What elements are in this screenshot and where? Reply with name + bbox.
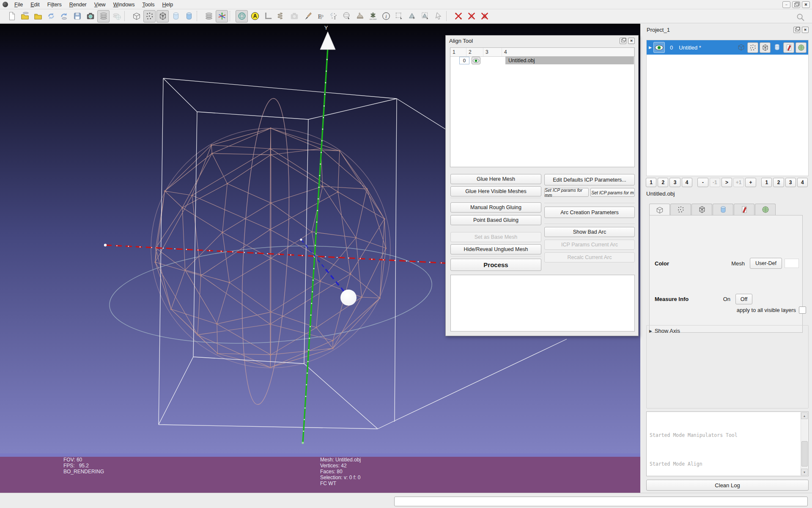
- layer-toggle-green-sphere-icon[interactable]: [796, 42, 807, 53]
- new-project-icon[interactable]: [5, 10, 18, 22]
- deselect-icon[interactable]: [432, 10, 444, 22]
- show-layer-dialog-icon[interactable]: [97, 10, 110, 22]
- tab-cube[interactable]: [649, 204, 670, 216]
- select-faces-icon[interactable]: [406, 10, 418, 22]
- menu-windows[interactable]: Windows: [110, 1, 139, 8]
- points-render-icon[interactable]: [143, 10, 156, 22]
- color-option-userdef-button[interactable]: User-Def: [750, 258, 782, 269]
- layer-list[interactable]: ▶ 0 Untitled *: [646, 40, 809, 176]
- pick-on-sphere-icon[interactable]: [340, 10, 353, 22]
- decorator-slot-2[interactable]: 2: [658, 178, 668, 187]
- eye-icon[interactable]: [472, 57, 480, 64]
- menu-view[interactable]: View: [91, 1, 110, 8]
- layer-toggle-cyl-flat-icon[interactable]: [772, 42, 782, 52]
- tab-cyl-smooth[interactable]: [713, 204, 733, 215]
- hide-reveal-unglued-mesh-button[interactable]: Hide/Reveal Unglued Mesh: [450, 244, 541, 254]
- info-icon[interactable]: i: [380, 10, 392, 22]
- tab-green-sphere[interactable]: [755, 204, 776, 215]
- close-dialog-button[interactable]: ✖: [628, 38, 635, 44]
- reload-all-icon[interactable]: [58, 10, 70, 22]
- pager--button[interactable]: -: [697, 178, 708, 187]
- scroll-up-icon[interactable]: ▲: [801, 412, 808, 419]
- pager--button[interactable]: >: [721, 178, 732, 187]
- open-project-icon[interactable]: [19, 10, 31, 22]
- align-arc-list[interactable]: [450, 275, 635, 331]
- mesh-slot-2[interactable]: 2: [773, 178, 784, 187]
- menu-help[interactable]: Help: [159, 1, 177, 8]
- menu-filters[interactable]: Filters: [44, 1, 66, 8]
- tab-points[interactable]: [670, 204, 691, 215]
- reload-mesh-icon[interactable]: [45, 10, 57, 22]
- close-dock-button[interactable]: ✖: [802, 27, 809, 33]
- align-dialog-titlebar[interactable]: Align Tool ✖: [446, 36, 638, 46]
- show-axis-header[interactable]: ▶ Show Axis: [647, 326, 808, 334]
- delete-faces-icon[interactable]: [465, 10, 477, 22]
- decorator-slot-3[interactable]: 3: [669, 178, 680, 187]
- select-faces-rect-icon[interactable]: [419, 10, 431, 22]
- delete-selected-icon[interactable]: [478, 10, 491, 22]
- trackball-icon[interactable]: [236, 10, 248, 22]
- glue-here-visible-meshes-button[interactable]: Glue Here Visible Meshes: [450, 186, 541, 196]
- restore-button[interactable]: [792, 1, 800, 8]
- paint-brush-icon[interactable]: [301, 10, 313, 22]
- mesh-slot-3[interactable]: 3: [785, 178, 796, 187]
- menu-edit[interactable]: Edit: [27, 1, 44, 8]
- log-output[interactable]: Started Mode Manipulators ToolStarted Mo…: [646, 411, 809, 476]
- measure-corner-icon[interactable]: [262, 10, 274, 22]
- align-table-row[interactable]: 0 Untitled.obj: [450, 56, 634, 64]
- layer-row[interactable]: ▶ 0 Untitled *: [647, 40, 808, 55]
- color-swatch[interactable]: [785, 259, 799, 268]
- glue-here-mesh-button[interactable]: Glue Here Mesh: [450, 174, 541, 184]
- bbox-render-icon[interactable]: [130, 10, 143, 22]
- layer-toggle-wirecube-icon[interactable]: [760, 42, 771, 53]
- open-mesh-icon[interactable]: [32, 10, 44, 22]
- menu-file[interactable]: File: [11, 1, 27, 8]
- set-icp-mm-button[interactable]: Set ICP params for mm: [544, 188, 589, 197]
- ambient-a-icon[interactable]: A: [249, 10, 261, 22]
- process-button[interactable]: Process: [450, 259, 541, 271]
- align-mesh-table[interactable]: 1234 0 Untitled.obj: [450, 47, 635, 167]
- layer-toggle-red-wedge-icon[interactable]: [783, 42, 794, 53]
- measure-option-on[interactable]: On: [723, 296, 730, 302]
- pager--button[interactable]: +: [745, 178, 756, 187]
- layers-stack-icon[interactable]: [203, 10, 215, 22]
- select-vertices-icon[interactable]: [393, 10, 405, 22]
- mesh-slot-1[interactable]: 1: [761, 178, 772, 187]
- menu-tools[interactable]: Tools: [138, 1, 158, 8]
- edit-defaults-icp-button[interactable]: Edit Defaults ICP Parameters...: [544, 174, 635, 185]
- status-input[interactable]: [394, 497, 808, 506]
- scan-align-icon[interactable]: [327, 10, 340, 22]
- manipulator-icon[interactable]: [216, 10, 228, 22]
- float-dialog-button[interactable]: [620, 38, 626, 44]
- expand-arrow-icon[interactable]: ▶: [649, 45, 652, 50]
- measure-option-off-button[interactable]: Off: [735, 294, 752, 304]
- tab-wirecube[interactable]: [691, 204, 712, 215]
- float-dock-button[interactable]: [793, 27, 800, 33]
- screw-spring-icon[interactable]: [275, 10, 287, 22]
- mesh-slot-4[interactable]: 4: [797, 178, 808, 187]
- color-option-mesh[interactable]: Mesh: [731, 260, 745, 267]
- delete-vertices-icon[interactable]: [452, 10, 464, 22]
- set-icp-m-button[interactable]: Set ICP params for m: [590, 188, 635, 197]
- decorator-slot-4[interactable]: 4: [682, 178, 692, 187]
- layer-toggle-points-icon[interactable]: [747, 42, 758, 53]
- minimize-button[interactable]: −: [782, 1, 790, 8]
- save-project-icon[interactable]: [71, 10, 83, 22]
- apply-all-layers-checkbox[interactable]: [799, 306, 806, 314]
- decorator-slot-1[interactable]: 1: [646, 178, 656, 187]
- clean-log-button[interactable]: Clean Log: [646, 480, 809, 491]
- project-dock-titlebar[interactable]: Project_1 ✖: [643, 25, 812, 35]
- layer-toggle-cube-icon[interactable]: [736, 42, 746, 52]
- smooth-render-icon[interactable]: [183, 10, 195, 22]
- arc-creation-parameters-button[interactable]: Arc Creation Parameters: [544, 207, 635, 218]
- scroll-down-icon[interactable]: ▼: [801, 469, 808, 475]
- log-scrollbar[interactable]: ▲ ▼: [801, 412, 808, 475]
- point-based-gluing-button[interactable]: Point Based Gluing: [450, 215, 541, 225]
- quality-mapper-icon[interactable]: [354, 10, 366, 22]
- pymeshlab-icon[interactable]: PP: [314, 10, 326, 22]
- wireframe-render-icon[interactable]: [156, 10, 169, 22]
- snapshot-icon[interactable]: [84, 10, 96, 22]
- close-button[interactable]: ✖: [802, 1, 810, 8]
- mesh-name-cell[interactable]: Untitled.obj: [505, 56, 634, 64]
- georef-icon[interactable]: GEOREF: [367, 10, 379, 22]
